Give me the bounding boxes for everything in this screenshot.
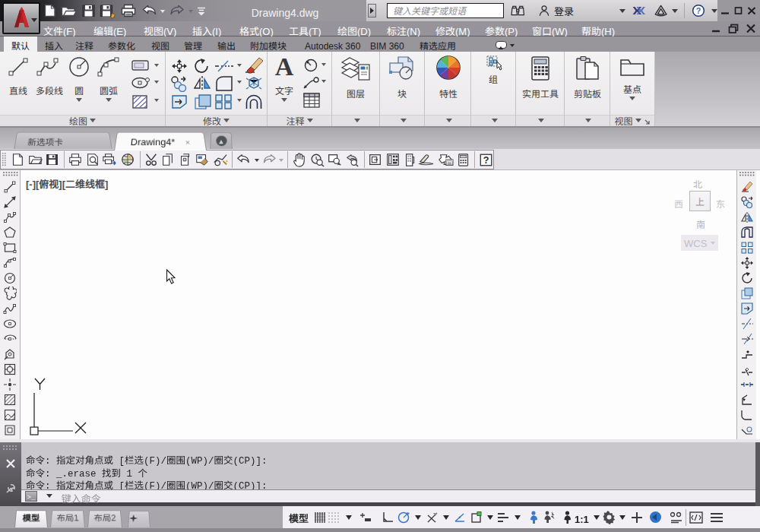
svg-text:?: ? <box>483 155 489 166</box>
svg-text:?: ? <box>696 6 701 15</box>
